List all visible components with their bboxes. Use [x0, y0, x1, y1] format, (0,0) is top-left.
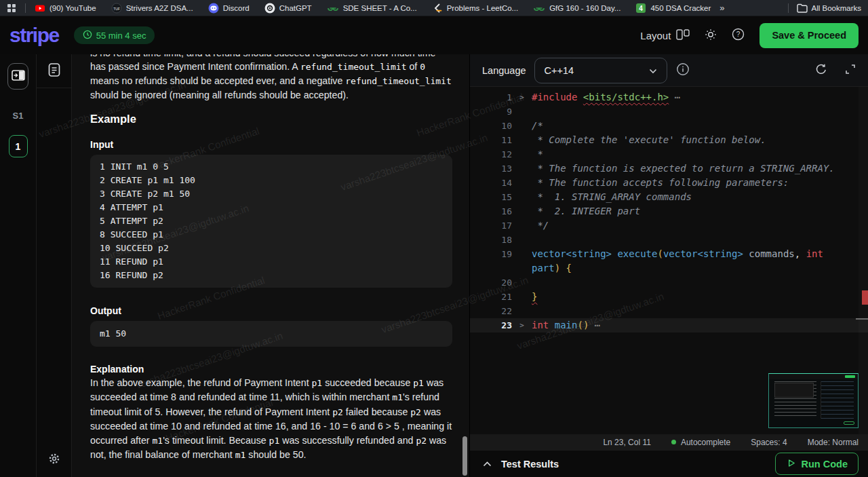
code-line: 16 REFUND p2 — [100, 269, 443, 282]
bookmark-item[interactable]: SDE SHEET - A Co... — [327, 3, 417, 14]
code-text: vector<string> execute(vector<string> co… — [532, 247, 823, 261]
fold-chevron-icon[interactable]: > — [512, 90, 532, 104]
run-code-button[interactable]: Run Code — [775, 453, 859, 475]
code-line: 10 SUCCEED p2 — [100, 242, 443, 255]
chevron-down-icon — [649, 65, 657, 76]
output-heading: Output — [90, 305, 452, 316]
code-text — [532, 233, 537, 247]
editor-line[interactable]: 1>#include <bits/stdc++.h> ⋯ — [470, 90, 868, 104]
clock-icon — [83, 30, 92, 41]
bookmark-item[interactable]: ChatGPT — [264, 3, 312, 14]
code-editor-panel: Language C++14 1>#include <bits/stdc++.h… — [469, 54, 868, 477]
code-line: m1 50 — [100, 327, 443, 341]
code-line: 8 SUCCEED p1 — [100, 228, 443, 242]
example-heading: Example — [90, 113, 452, 126]
code-text: * Complete the 'execute' function below. — [532, 133, 766, 147]
panel-toggle-button[interactable] — [7, 63, 28, 90]
fold-gutter — [512, 304, 532, 318]
editor-line[interactable]: 11 * Complete the 'execute' function bel… — [470, 133, 868, 147]
bookmark-label: 450 DSA Cracker — [650, 4, 711, 12]
code-editor[interactable]: 1>#include <bits/stdc++.h> ⋯9 10/*11 * C… — [470, 87, 868, 434]
settings-gear-icon[interactable] — [48, 453, 60, 468]
editor-line[interactable]: 12 * — [470, 147, 868, 161]
fold-gutter — [512, 176, 532, 190]
apps-grid-icon[interactable] — [7, 3, 16, 13]
question-sidebar: S1 1 — [0, 54, 37, 477]
bookmark-item[interactable]: 4450 DSA Cracker — [635, 3, 711, 14]
editor-line[interactable]: 20 — [470, 275, 868, 290]
gfg-icon — [327, 3, 339, 14]
fold-gutter — [512, 233, 532, 247]
fold-chevron-icon[interactable]: > — [512, 318, 532, 332]
reset-code-icon[interactable] — [815, 63, 827, 78]
editor-line[interactable]: 22 — [470, 304, 868, 318]
bookmark-item[interactable]: Problems - LeetCo... — [432, 3, 518, 14]
line-number: 9 — [470, 104, 512, 119]
problem-scrollbar-thumb[interactable] — [462, 436, 467, 476]
thumbnail-header — [769, 374, 858, 379]
help-button[interactable]: ? — [732, 28, 745, 43]
theme-toggle-button[interactable] — [705, 28, 717, 43]
test-results-title: Test Results — [501, 459, 559, 470]
autocomplete-toggle[interactable]: Autocomplete — [671, 438, 730, 447]
save-and-proceed-button[interactable]: Save & Proceed — [760, 23, 859, 48]
editor-line[interactable]: 19vector<string> execute(vector<string> … — [470, 247, 868, 261]
editor-line[interactable]: 10/* — [470, 119, 868, 133]
gfg-icon — [533, 3, 545, 14]
fold-gutter — [512, 204, 532, 218]
code-text: #include <bits/stdc++.h> ⋯ — [532, 90, 680, 104]
fold-gutter — [512, 119, 532, 133]
explanation-heading: Explanation — [90, 364, 452, 375]
cursor-position: Ln 23, Col 11 — [603, 438, 651, 447]
fullscreen-icon[interactable] — [845, 64, 856, 77]
line-number: 11 — [470, 133, 512, 147]
fold-gutter — [512, 247, 532, 261]
svg-text:TUF: TUF — [113, 6, 120, 10]
bookmark-item[interactable]: Discord — [208, 3, 250, 14]
code-line: 11 REFUND p1 — [100, 255, 443, 269]
code-line: 2 CREATE p1 m1 100 — [100, 174, 443, 187]
fold-gutter — [512, 275, 532, 290]
editor-scrollbar[interactable] — [859, 87, 868, 434]
editor-line[interactable]: 15 * 1. STRING_ARRAY commands — [470, 190, 868, 204]
description-tab-icon[interactable] — [47, 62, 61, 80]
bookmark-item[interactable]: TUFStrivers A2Z DSA... — [111, 3, 193, 14]
line-number: 16 — [470, 204, 512, 218]
language-info-icon[interactable] — [676, 62, 690, 79]
problem-intro-paragraph: is no refund time limit, and a refund sh… — [90, 54, 452, 102]
line-number: 22 — [470, 304, 512, 318]
youtube-icon — [35, 3, 45, 14]
code-text: } — [532, 290, 537, 304]
code-text: * The function is expected to return a S… — [532, 161, 835, 176]
editor-toolbar: Language C++14 — [470, 54, 868, 87]
editor-line[interactable]: part) { — [470, 261, 868, 275]
editor-line[interactable]: 9 — [470, 104, 868, 119]
bookmark-label: Problems - LeetCo... — [447, 4, 518, 12]
code-line: 1 INIT m1 0 5 — [100, 160, 443, 174]
bookmark-item[interactable]: GfG 160 - 160 Day... — [533, 3, 620, 14]
language-select[interactable]: C++14 — [534, 58, 667, 83]
autocomplete-status-dot — [671, 440, 676, 444]
screen-share-thumbnail[interactable] — [768, 373, 859, 428]
editor-line[interactable]: 17 */ — [470, 218, 868, 233]
bookmarks-overflow-chevron[interactable]: » — [719, 3, 725, 13]
question-1-button[interactable]: 1 — [9, 135, 28, 157]
svg-text:4: 4 — [639, 5, 644, 12]
folder-icon — [797, 3, 808, 13]
fold-gutter — [512, 218, 532, 233]
line-number: 18 — [470, 233, 512, 247]
editor-line[interactable]: 23>int main() ⋯ — [470, 318, 868, 332]
expand-test-results-button[interactable] — [478, 459, 496, 469]
editor-line[interactable]: 16 * 2. INTEGER part — [470, 204, 868, 218]
editor-line[interactable]: 13 * The function is expected to return … — [470, 161, 868, 176]
layout-button[interactable]: Layout — [640, 29, 690, 42]
editor-line[interactable]: 18 — [470, 233, 868, 247]
play-icon — [786, 458, 796, 470]
error-marker — [862, 290, 868, 305]
problem-statement-panel[interactable]: is no refund time limit, and a refund sh… — [72, 54, 469, 477]
editor-line[interactable]: 14 * The function accepts following para… — [470, 176, 868, 190]
editor-line[interactable]: 21} — [470, 290, 868, 304]
bookmark-item[interactable]: (90) YouTube — [35, 3, 96, 14]
thumbnail-run-button — [844, 421, 854, 425]
all-bookmarks-button[interactable]: All Bookmarks — [797, 3, 862, 13]
